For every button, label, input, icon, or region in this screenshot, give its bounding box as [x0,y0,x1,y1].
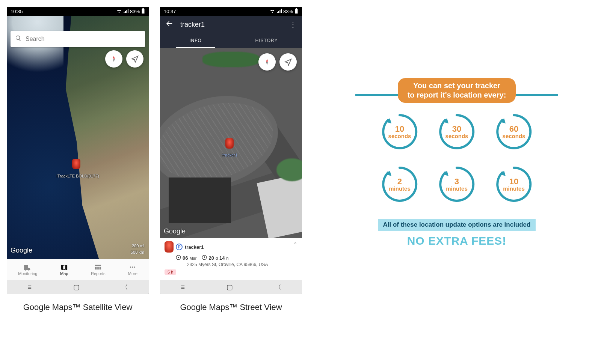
home-button[interactable]: ▢ [226,283,233,291]
status-right: 83% [116,8,145,15]
recents-button[interactable]: ≡ [181,283,185,291]
panel-infographic: You can set your tracker to report it's … [313,7,600,247]
more-icon [128,264,137,271]
ring-icon [381,165,418,203]
wifi-icon [270,9,275,14]
status-time: 10:35 [11,9,23,14]
locate-button[interactable] [126,50,143,68]
dur-days: 20 [208,255,214,261]
tab-history-label: HISTORY [255,38,278,43]
nav-reports-label: Reports [91,271,106,276]
car-icon [72,159,80,169]
svg-point-5 [134,266,136,268]
infographic: You can set your tracker to report it's … [355,78,558,247]
tracker-address: 2325 Myers St, Oroville, CA 95966, USA [187,262,297,267]
duration-chip: 5 h [165,269,176,275]
headline-line2: to report it's location every: [408,90,506,100]
search-icon [15,35,22,43]
tab-info[interactable]: INFO [160,33,231,48]
overflow-menu-icon[interactable]: ⋮ [289,21,297,28]
status-time: 10:37 [164,9,176,14]
phone-satellite: 10:35 83% [7,7,149,294]
topbar-title: tracker1 [180,21,205,29]
interval-option: 10 seconds [381,113,418,150]
tracker-marker[interactable] [225,138,234,149]
scalebar: 200 mi 500 km [103,244,144,254]
ring-icon [495,165,533,203]
status-battery: 83% [130,9,140,14]
statusbar: 10:35 83% [7,7,149,16]
map-icon [60,264,68,271]
phone-street: 10:37 83% tracker1 ⋮ INFO [160,7,302,294]
greenery-layer [202,52,259,67]
tracker-info-card[interactable]: ⌃ P tracker1 06 Mar 20 d 14 h [160,238,302,280]
parked-badge-icon: P [176,244,183,250]
svg-point-3 [130,266,131,268]
interval-option: 3 minutes [438,165,476,203]
recents-button[interactable]: ≡ [27,283,32,291]
nav-more-label: More [128,271,137,276]
locate-button[interactable] [279,53,297,71]
nav-map[interactable]: Map [60,264,68,276]
svg-marker-7 [266,59,268,62]
battery-icon [141,8,145,15]
nav-reports[interactable]: Reports [91,264,106,276]
ring-icon [438,113,476,150]
caption-street: Google Maps™ Street View [180,302,282,312]
interval-option: 2 minutes [381,165,418,203]
battery-icon [294,8,298,15]
search-bar[interactable] [11,31,145,47]
map-satellite[interactable]: iTrackLTE BOLD(0177) Google 200 mi 500 k… [7,16,149,259]
search-input[interactable] [26,36,140,42]
svg-marker-8 [266,62,268,65]
tab-info-label: INFO [189,38,202,43]
svg-point-4 [132,266,133,268]
nav-map-label: Map [60,271,68,276]
panel-satellite: 10:35 83% [7,7,149,312]
compass-button[interactable] [105,50,122,68]
headline-line1: You can set your tracker [408,81,506,90]
ring-icon [381,113,418,150]
scalebar-mi: 200 mi [103,244,144,248]
tab-history[interactable]: HISTORY [231,33,302,48]
float-buttons [258,53,297,71]
caption-satellite: Google Maps™ Satellite View [23,302,133,312]
svg-rect-6 [295,9,297,13]
table-icon [94,264,102,271]
back-icon[interactable] [165,20,174,29]
dur-d: d [216,256,218,260]
bottom-nav: Monitoring Map Reports More [7,259,149,280]
home-button[interactable]: ▢ [73,283,80,291]
svg-rect-0 [142,9,144,13]
scalebar-km: 500 km [103,250,144,254]
back-button[interactable]: 〈 [275,283,281,292]
map-attribution: Google [11,247,32,254]
interval-option: 30 seconds [438,113,476,150]
back-button[interactable]: 〈 [121,283,128,292]
dur-hours: 14 [219,255,225,261]
svg-marker-2 [113,59,115,62]
nav-monitoring[interactable]: Monitoring [18,264,37,276]
building-layer [169,177,231,223]
tracker-marker[interactable] [72,159,80,169]
interval-options: 10 seconds 30 seconds 60 seconds 2 minut… [381,113,533,203]
map-attribution: Google [164,227,186,235]
clock-icon [202,255,207,261]
collapse-icon[interactable]: ⌃ [293,241,297,247]
date-number: 06 [183,255,188,261]
date-month: Mar [189,256,196,260]
ring-icon [495,113,533,150]
android-navbar: ≡ ▢ 〈 [160,280,302,294]
svg-marker-1 [113,56,115,59]
map-street[interactable]: tracker1 Google [160,48,302,238]
nav-more[interactable]: More [128,264,137,276]
svg-marker-10 [178,257,180,259]
float-buttons [105,50,143,68]
panel-street: 10:37 83% tracker1 ⋮ INFO [160,7,302,312]
wifi-icon [116,9,122,14]
signal-icon [123,9,128,14]
compass-button[interactable] [258,53,276,71]
topbar: tracker1 ⋮ [160,16,302,33]
card-header-row: P tracker1 [165,241,297,253]
status-battery: 83% [283,9,293,14]
